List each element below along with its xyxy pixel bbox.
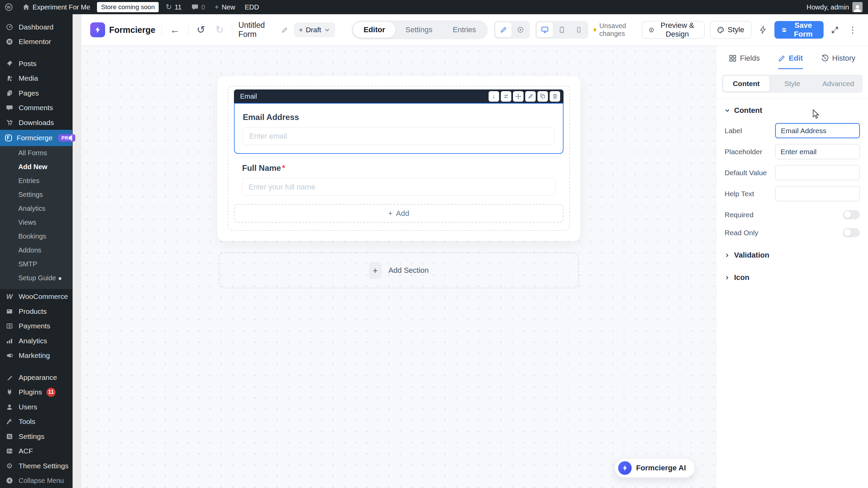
- email-block-header[interactable]: Email ↓: [234, 89, 564, 103]
- style-button[interactable]: Style: [710, 21, 751, 39]
- field-label: Email Address: [243, 113, 555, 122]
- bar-chart-icon: [5, 338, 14, 344]
- email-preview-input[interactable]: [243, 127, 555, 145]
- add-field-button[interactable]: + Add: [234, 204, 564, 223]
- fullscreen-button[interactable]: [829, 24, 841, 36]
- sidebar-item-media[interactable]: Media: [0, 71, 72, 86]
- sidebar-sub-smtp[interactable]: SMTP: [0, 257, 72, 271]
- status-dropdown[interactable]: Draft: [294, 22, 336, 37]
- validation-section-header[interactable]: Validation: [725, 251, 860, 260]
- sidebar-item-acf[interactable]: ACF: [0, 444, 72, 459]
- sidebar-item-users[interactable]: Users: [0, 400, 72, 414]
- avatar[interactable]: [852, 2, 863, 12]
- section-wrapper[interactable]: Email ↓: [228, 86, 570, 231]
- new-content-menu[interactable]: + New: [210, 0, 240, 14]
- store-coming-soon-badge[interactable]: Store coming soon: [97, 2, 159, 12]
- placeholder-input[interactable]: [775, 144, 860, 159]
- edit-field-button[interactable]: [525, 91, 536, 102]
- acf-icon: [5, 448, 14, 454]
- full-name-field-block[interactable]: Full Name*: [234, 154, 564, 196]
- pages-icon: [5, 90, 14, 97]
- readonly-toggle[interactable]: [843, 228, 860, 237]
- formcierge-ai-button[interactable]: Formcierge AI: [614, 458, 695, 478]
- sidebar-sub-add-new[interactable]: Add New: [0, 160, 72, 174]
- wp-logo-menu[interactable]: [0, 0, 18, 14]
- sidebar-sub-bookings[interactable]: Bookings: [0, 229, 72, 243]
- sidebar-item-comments[interactable]: Comments: [0, 100, 72, 115]
- duplicate-field-button[interactable]: [537, 91, 548, 102]
- add-section-button[interactable]: + Add Section: [219, 252, 579, 288]
- tab-fields[interactable]: Fields: [729, 54, 760, 69]
- subtab-content[interactable]: Content: [723, 76, 769, 92]
- email-field-block[interactable]: Email Address: [234, 103, 564, 154]
- sidebar-item-posts[interactable]: Posts: [0, 56, 72, 71]
- label-input[interactable]: [775, 123, 860, 138]
- tab-settings[interactable]: Settings: [395, 22, 443, 38]
- sidebar-item-formcierge[interactable]: Formcierge PRO: [0, 130, 72, 146]
- preview-design-button[interactable]: Preview & Design: [642, 21, 705, 39]
- bolt-icon: [759, 26, 767, 34]
- chevron-right-icon: [725, 275, 730, 280]
- mobile-view-button[interactable]: [571, 22, 587, 37]
- sidebar-item-woocommerce[interactable]: W WooCommerce: [0, 289, 72, 304]
- edit-mode-button[interactable]: [495, 22, 512, 37]
- sidebar-item-dashboard[interactable]: Dashboard: [0, 20, 72, 35]
- howdy-text[interactable]: Howdy, admin: [807, 3, 849, 11]
- sidebar-sub-setup-guide[interactable]: Setup Guide: [0, 271, 72, 285]
- tablet-view-button[interactable]: [554, 22, 570, 37]
- more-options-button[interactable]: ⋮: [846, 23, 859, 37]
- delete-field-button[interactable]: [550, 91, 560, 102]
- sidebar-sub-settings[interactable]: Settings: [0, 188, 72, 202]
- quick-actions-bolt-button[interactable]: [757, 24, 769, 36]
- sidebar-item-tools[interactable]: Tools: [0, 414, 72, 429]
- subtab-advanced[interactable]: Advanced: [815, 76, 861, 92]
- tab-editor[interactable]: Editor: [353, 22, 395, 38]
- sidebar-item-pages[interactable]: Pages: [0, 86, 72, 101]
- drag-handle-button[interactable]: [513, 91, 524, 102]
- sidebar-item-analytics[interactable]: Analytics: [0, 333, 72, 348]
- content-section-header[interactable]: Content: [725, 106, 860, 115]
- save-form-button[interactable]: Save Form: [774, 21, 824, 39]
- undo-button[interactable]: ↺: [195, 23, 207, 37]
- home-icon: [22, 3, 30, 11]
- sidebar-item-products[interactable]: Products: [0, 304, 72, 319]
- move-down-button[interactable]: ↓: [489, 91, 499, 102]
- field-settings-button[interactable]: [501, 91, 511, 102]
- back-button[interactable]: ←: [168, 23, 182, 37]
- redo-button[interactable]: ↻: [213, 23, 226, 37]
- collapse-menu[interactable]: Collapse Menu: [0, 473, 72, 488]
- default-value-input[interactable]: [775, 165, 860, 180]
- rename-pencil-icon[interactable]: [281, 27, 288, 33]
- sidebar-sub-all-forms[interactable]: All Forms: [0, 146, 72, 160]
- tab-entries[interactable]: Entries: [442, 22, 486, 38]
- sidebar-item-settings[interactable]: Settings: [0, 429, 72, 444]
- sidebar-item-elementor[interactable]: Elementor: [0, 35, 72, 49]
- edd-menu[interactable]: EDD: [240, 0, 264, 14]
- subtab-style[interactable]: Style: [769, 76, 815, 92]
- help-text-input[interactable]: [775, 186, 860, 201]
- full-name-preview-input[interactable]: [242, 178, 555, 196]
- sidebar-item-downloads[interactable]: Downloads: [0, 115, 72, 130]
- sidebar-item-plugins[interactable]: Plugins 11: [0, 385, 72, 400]
- updates-menu[interactable]: ↻ 11: [161, 0, 186, 14]
- sidebar-sub-analytics[interactable]: Analytics: [0, 202, 72, 216]
- form-title[interactable]: Untitled Form: [238, 21, 288, 39]
- tab-edit[interactable]: Edit: [778, 54, 803, 69]
- tab-history[interactable]: History: [821, 54, 855, 69]
- icon-section-header[interactable]: Icon: [725, 273, 860, 282]
- sidebar-item-payments[interactable]: $ Payments: [0, 319, 72, 333]
- form-canvas[interactable]: Email ↓: [81, 46, 716, 488]
- sidebar-item-appearance[interactable]: Appearance: [0, 370, 72, 385]
- site-menu[interactable]: Experiment For Me: [18, 0, 95, 14]
- sidebar-sub-addons[interactable]: Addons: [0, 243, 72, 257]
- sidebar-item-marketing[interactable]: Marketing: [0, 348, 72, 363]
- preview-mode-button[interactable]: [512, 22, 529, 37]
- view-tabs: Editor Settings Entries: [352, 20, 488, 39]
- comments-menu[interactable]: 0: [186, 0, 210, 14]
- sidebar-item-theme-settings[interactable]: ⚙ Theme Settings: [0, 459, 72, 473]
- desktop-view-button[interactable]: [537, 22, 553, 37]
- sidebar-sub-views[interactable]: Views: [0, 216, 72, 229]
- status-dot: [299, 28, 302, 32]
- required-toggle[interactable]: [843, 210, 860, 219]
- sidebar-sub-entries[interactable]: Entries: [0, 174, 72, 188]
